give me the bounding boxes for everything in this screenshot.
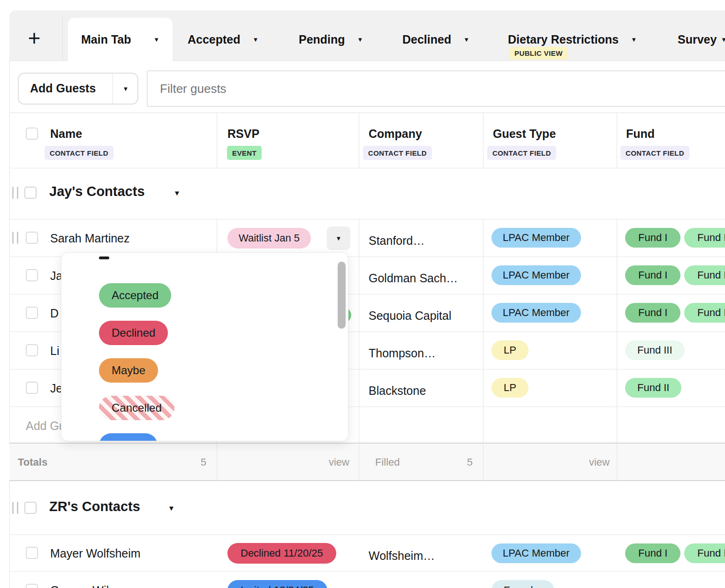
chevron-down-icon: ▼ [253,37,259,43]
guest-type-pill[interactable]: LPAC Member [491,543,581,563]
contact-field-badge: CONTACT FIELD [620,146,689,160]
group-checkbox[interactable] [24,502,37,514]
cell-company[interactable]: Wolfsheim… [369,549,435,563]
tab-strip-divider [62,16,63,61]
chevron-down-icon: ▼ [336,235,342,241]
guest-type-pill[interactable]: LPAC Member [491,303,581,323]
cell-company[interactable]: Sequoia Capital [369,309,452,323]
chevron-down-icon: ▼ [631,37,637,43]
cell-name[interactable]: Sarah Martinez [50,231,130,246]
fund-pill[interactable]: Fund I [625,265,680,285]
totals-filled-label: Filled [375,456,400,468]
grid-line [9,535,725,535]
rsvp-option-declined[interactable]: Declined [99,321,168,345]
row-checkbox[interactable] [26,584,38,588]
chevron-down-icon: ▼ [153,37,159,43]
guest-type-pill[interactable]: LPAC Member [491,265,581,285]
rsvp-option-cancelled[interactable]: Cancelled [99,396,174,420]
fund-pill[interactable]: Fund III [625,340,685,360]
cell-name[interactable]: D [50,306,59,321]
dropdown-scrollbar[interactable] [338,262,346,329]
fund-pill[interactable]: Fund II [684,303,725,323]
rsvp-pill[interactable]: Invited 12/24/25 [227,580,327,588]
row-checkbox[interactable] [26,344,38,356]
column-divider [483,219,483,481]
fund-pill[interactable]: Fund II [625,378,681,398]
row-checkbox[interactable] [26,382,38,394]
tab-dietary-restrictions[interactable]: Dietary Restrictions ▼ [508,31,637,47]
tab-survey[interactable]: Survey [678,31,717,47]
chevron-down-icon: ▼ [123,86,129,92]
rsvp-pill[interactable]: Declined 11/20/25 [227,543,336,564]
guest-type-pill[interactable]: LP [491,378,529,398]
row-checkbox[interactable] [26,269,38,281]
cell-name[interactable]: Mayer Wolfsheim [50,546,141,561]
drag-handle-icon[interactable] [12,187,18,199]
guest-type-pill[interactable]: LPAC Member [491,228,581,248]
column-header-name: Name [50,127,82,141]
fund-pill[interactable]: Fund I [625,228,680,248]
rsvp-option-accepted[interactable]: Accepted [99,283,171,308]
totals-top-border [9,443,725,444]
group-chevron-down-icon[interactable]: ▼ [174,189,181,196]
grid-line [9,168,725,168]
tab-label: Dietary Restrictions [508,33,619,46]
tab-declined[interactable]: Declined ▼ [402,31,469,47]
add-guests-button[interactable]: Add Guests [19,74,113,104]
fund-pill[interactable]: Fund II [684,543,725,563]
tab-label: Main Tab [81,33,131,46]
drag-handle-icon[interactable] [12,502,18,514]
cell-company[interactable]: Blackstone [369,384,426,398]
fund-pill[interactable]: Fund II [684,228,725,248]
add-tab-button[interactable]: + [20,23,49,53]
tab-accepted[interactable]: Accepted ▼ [188,31,258,47]
row-checkbox[interactable] [26,547,38,559]
cell-company[interactable]: Goldman Sach… [369,271,458,286]
select-all-checkbox[interactable] [26,128,38,140]
guest-type-pill[interactable]: LP [491,340,529,360]
column-header-fund: Fund [626,127,655,141]
cell-name[interactable]: George Wilson [50,583,128,588]
chevron-down-icon: ▼ [721,37,725,43]
event-badge: EVENT [227,146,262,160]
group-checkbox[interactable] [24,187,37,199]
rsvp-dropdown-button[interactable]: ▼ [327,226,350,250]
clear-option-dash[interactable] [99,256,109,259]
tab-main-active[interactable]: Main Tab ▼ [68,18,173,61]
rsvp-option-maybe[interactable]: Maybe [99,358,158,383]
rsvp-option-invited[interactable]: Invited [99,433,158,441]
group-chevron-down-icon[interactable]: ▼ [168,505,175,512]
tab-pending[interactable]: Pending ▼ [299,31,363,47]
totals-guest-type-view-link[interactable]: view [563,456,610,468]
add-guests-split-button: Add Guests ▼ [18,73,138,105]
column-divider [217,113,217,168]
row-checkbox[interactable] [26,307,38,319]
totals-name-count: 5 [178,456,206,468]
filter-guests-input[interactable] [147,70,725,107]
add-guests-dropdown-button[interactable]: ▼ [113,74,138,104]
row-checkbox[interactable] [26,232,38,244]
public-view-badge: PUBLIC VIEW [509,47,568,60]
cell-name[interactable]: Li [50,344,59,358]
tab-label: Accepted [188,33,241,46]
tab-label: Pending [299,33,345,46]
rsvp-options-dropdown: Accepted Declined Maybe Cancelled Invite… [61,252,348,441]
totals-rsvp-view-link[interactable]: view [302,456,349,468]
drag-handle-icon[interactable] [12,232,18,244]
column-divider [359,219,359,481]
rsvp-pill[interactable]: Waitlist Jan 5 [227,228,311,249]
column-divider [359,113,359,168]
totals-filled-count: 5 [445,456,473,468]
fund-pill[interactable]: Fund I [625,543,680,563]
totals-bottom-border [9,480,725,481]
fund-pill[interactable]: Fund I [625,303,680,323]
group-title: ZR's Contacts [49,499,140,514]
guest-type-pill[interactable]: Founder [491,580,554,588]
cell-company[interactable]: Stanford… [369,234,425,248]
sheet-left-border [9,61,10,588]
cell-company[interactable]: Thompson… [369,346,436,361]
add-guests-label: Add Guests [30,81,96,96]
fund-pill[interactable]: Fund II [684,265,725,285]
grid-line [9,571,725,572]
totals-label: Totals [18,456,47,468]
